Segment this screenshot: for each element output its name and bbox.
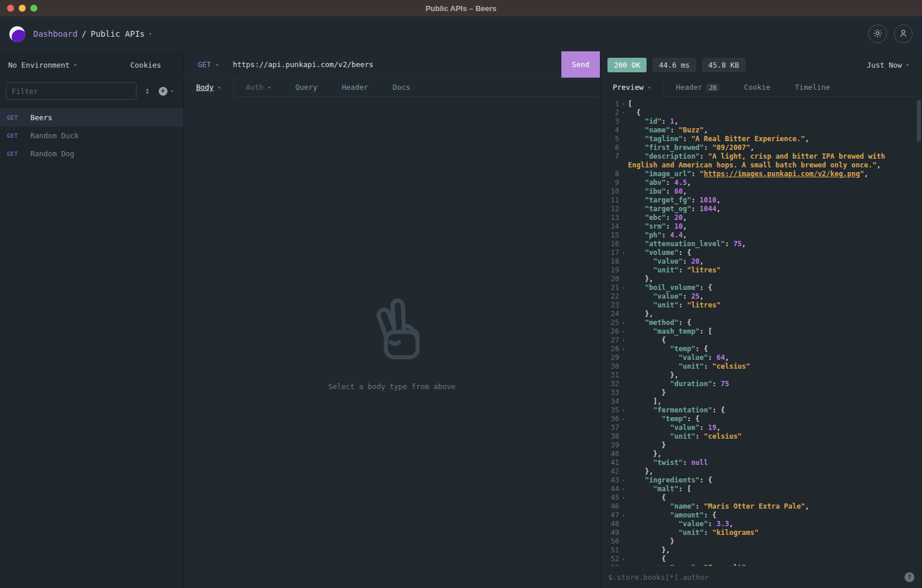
request-list-item-beers[interactable]: GET Beers [0,108,183,127]
code-line: 53 "name": "Caramalt", [600,564,922,566]
code-line: 16 "attenuation_level": 75, [600,240,922,249]
response-body-code: 1▾[2▾ {3 "id": 1,4 "name": "Buzz",5 "tag… [600,97,922,566]
fold-toggle-icon[interactable]: ▾ [619,108,628,117]
breadcrumb-separator: / [82,29,86,38]
url-input[interactable]: https://api.punkapi.com/v2/beers [226,51,561,78]
fold-toggle-icon[interactable]: ▾ [619,494,628,502]
fold-toggle-icon[interactable]: ▾ [619,415,628,424]
window-controls [7,5,37,12]
tab-cookie[interactable]: Cookie [732,78,783,97]
fold-toggle-icon[interactable]: ▾ [619,511,628,520]
breadcrumb: Dashboard / Public APIs ▾ [33,29,152,38]
user-icon [898,28,909,40]
scrollbar-thumb[interactable] [917,100,921,142]
code-line: 7 "description": "A light, crisp and bit… [600,152,922,170]
send-button[interactable]: Send [561,51,600,78]
response-history-dropdown[interactable]: Just Now ▾ [867,61,915,69]
request-list-item-random-dog[interactable]: GET Random Dog [0,145,183,163]
plus-circle-icon: + [159,87,167,96]
response-filter-input[interactable] [608,573,899,582]
fold-spacer [619,432,628,441]
fold-spacer [619,214,628,222]
body-empty-state: Select a body type from above [184,97,600,588]
close-window-button[interactable] [7,5,14,12]
sort-icon[interactable]: ▲▼ [142,88,153,94]
method-label: GET [198,60,211,69]
fold-toggle-icon[interactable]: ▾ [619,318,628,327]
size-badge: 45.8 KB [702,58,746,72]
fold-spacer [619,178,628,187]
tab-timeline[interactable]: Timeline [783,78,842,97]
tab-docs[interactable]: Docs [380,78,422,97]
chevron-down-icon: ▾ [906,62,909,68]
minimize-window-button[interactable] [19,5,26,12]
response-tabs: Preview ▾ Header 28 Cookie Timeline [600,78,922,97]
request-tabs: Body ▾ Auth ▾ Query Header Docs [184,78,600,97]
breadcrumb-dashboard-link[interactable]: Dashboard [33,29,78,38]
code-line: 41 "twist": null [600,459,922,467]
window-titlebar: Public APIs – Beers [0,0,922,16]
fold-toggle-icon[interactable]: ▾ [619,100,628,108]
fold-spacer [619,257,628,266]
code-line: 42 }, [600,467,922,476]
fold-toggle-icon[interactable]: ▾ [619,476,628,485]
create-request-dropdown[interactable]: + ▾ [159,87,174,96]
environment-dropdown[interactable]: No Environment ▾ [8,61,77,69]
fold-spacer [619,564,628,566]
code-line: 50 } [600,537,922,546]
code-line: 47▾ "amount": { [600,511,922,520]
environment-row: No Environment ▾ Cookies [0,51,183,78]
fold-toggle-icon[interactable]: ▾ [619,336,628,345]
tab-header[interactable]: Header [330,78,380,97]
fold-spacer [619,546,628,555]
tab-response-header[interactable]: Header 28 [663,78,732,97]
request-name: Random Duck [30,131,79,140]
fold-spacer [619,144,628,152]
code-line: 38 "unit": "celsius" [600,432,922,441]
sidebar-filter-input[interactable] [6,82,137,100]
fold-toggle-icon[interactable]: ▾ [619,345,628,354]
code-line: 33 } [600,388,922,397]
tab-body[interactable]: Body ▾ [184,78,234,97]
request-list-item-random-duck[interactable]: GET Random Duck [0,127,183,145]
fold-spacer [619,275,628,284]
response-filter-bar: ? [600,566,922,588]
fold-spacer [619,467,628,476]
fold-toggle-icon[interactable]: ▾ [619,327,628,336]
code-line: 32 "duration": 75 [600,380,922,388]
code-line: 35▾ "fermentation": { [600,406,922,415]
method-dropdown[interactable]: GET ▾ [184,51,226,78]
code-line: 44▾ "malt": [ [600,485,922,494]
fold-toggle-icon[interactable]: ▾ [619,284,628,292]
code-line: 43▾ "ingredients": { [600,476,922,485]
code-line: 8 "image_url": "https://images.punkapi.c… [600,170,922,178]
status-badge: 200 OK [607,58,647,72]
fold-toggle-icon[interactable]: ▾ [619,406,628,415]
cookies-button[interactable]: Cookies [130,61,161,69]
chevron-down-icon[interactable]: ▾ [149,31,152,37]
tab-preview[interactable]: Preview ▾ [600,78,663,97]
environment-label: No Environment [8,61,69,69]
fold-toggle-icon[interactable]: ▾ [619,249,628,257]
sidebar-filter-row: ▲▼ + ▾ [0,78,183,104]
help-icon[interactable]: ? [904,572,914,582]
fold-spacer [619,397,628,406]
response-meta-row: 200 OK 44.6 ms 45.8 KB Just Now ▾ [600,51,922,78]
account-button[interactable] [894,24,913,43]
breadcrumb-workspace[interactable]: Public APIs [90,29,145,38]
settings-button[interactable] [868,24,887,43]
code-line: 19 "unit": "litres" [600,266,922,275]
code-line: 51 }, [600,546,922,555]
zoom-window-button[interactable] [30,5,37,12]
fold-toggle-icon[interactable]: ▾ [619,555,628,564]
fold-spacer [619,222,628,231]
tab-auth[interactable]: Auth ▾ [234,78,284,97]
fold-spacer [619,528,628,537]
request-method-badge: GET [7,150,22,157]
tab-query[interactable]: Query [283,78,330,97]
fold-spacer [619,292,628,301]
fold-spacer [619,520,628,528]
fold-toggle-icon[interactable]: ▾ [619,485,628,494]
sidebar: No Environment ▾ Cookies ▲▼ + ▾ GET Beer… [0,51,184,588]
fold-spacer [619,170,628,178]
